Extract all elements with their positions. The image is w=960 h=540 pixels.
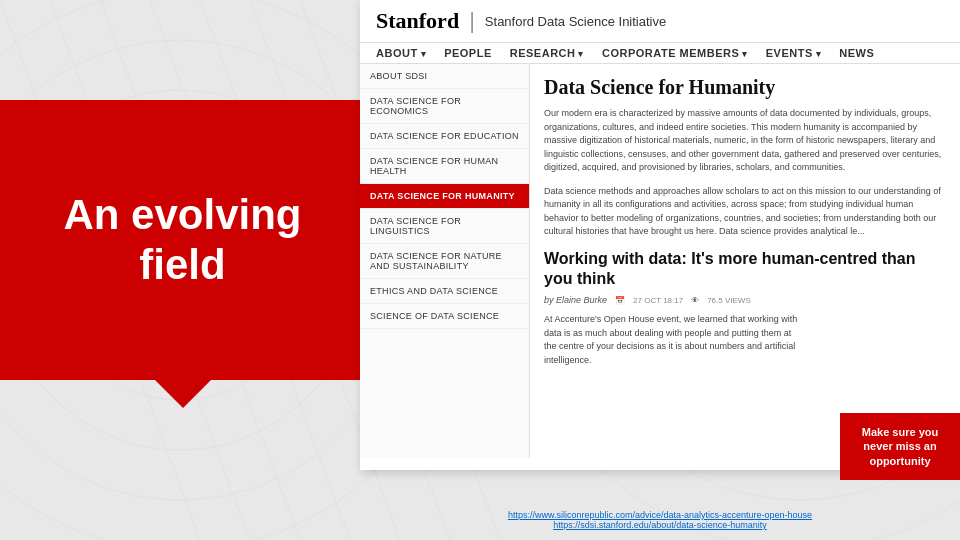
calendar-icon <box>615 295 625 305</box>
nav-item-about[interactable]: ABOUT <box>376 47 426 59</box>
sidebar-item-science[interactable]: SCIENCE OF DATA SCIENCE <box>360 304 529 329</box>
cta-text: Make sure you never miss an opportunity <box>862 426 938 467</box>
article-title: Working with data: It's more human-centr… <box>544 249 946 291</box>
main-area: Data Science for Humanity Our modern era… <box>530 64 960 458</box>
hero-box: An evolving field <box>0 100 365 380</box>
byline-author: by Elaine Burke <box>544 295 607 305</box>
article-byline: by Elaine Burke 27 OCT 18:17 76.5 VIEWS <box>544 295 946 305</box>
sidebar-item-education[interactable]: DATA SCIENCE FOR EDUCATION <box>360 124 529 149</box>
stanford-logo: Stanford <box>376 8 459 34</box>
footer-link-1[interactable]: https://www.siliconrepublic.com/advice/d… <box>360 510 960 520</box>
page-body-text-2: Data science methods and approaches allo… <box>544 185 946 239</box>
header-separator: | <box>469 8 475 34</box>
initiative-text: Stanford Data Science Initiative <box>485 14 666 29</box>
site-header: Stanford | Stanford Data Science Initiat… <box>360 0 960 43</box>
nav-item-corporate[interactable]: CORPORATE MEMBERS <box>602 47 748 59</box>
eye-icon <box>691 295 699 305</box>
bottom-links: https://www.siliconrepublic.com/advice/d… <box>360 510 960 530</box>
browser-window: Stanford | Stanford Data Science Initiat… <box>360 0 960 470</box>
page-content: ABOUT SDSI DATA SCIENCE FOR ECONOMICS DA… <box>360 64 960 458</box>
page-title: Data Science for Humanity <box>544 76 946 99</box>
byline-date: 27 OCT 18:17 <box>633 296 683 305</box>
hero-text: An evolving field <box>43 170 321 311</box>
cta-box: Make sure you never miss an opportunity <box>840 413 960 480</box>
article-excerpt: At Accenture's Open House event, we lear… <box>544 313 804 367</box>
nav-item-events[interactable]: EVENTS <box>766 47 822 59</box>
page-body-text: Our modern era is characterized by massi… <box>544 107 946 175</box>
sidebar-item-humanity[interactable]: DATA SCIENCE FOR HUMANITY <box>360 184 529 209</box>
sidebar: ABOUT SDSI DATA SCIENCE FOR ECONOMICS DA… <box>360 64 530 458</box>
nav-item-people[interactable]: PEOPLE <box>444 47 492 59</box>
sidebar-item-economics[interactable]: DATA SCIENCE FOR ECONOMICS <box>360 89 529 124</box>
byline-views: 76.5 VIEWS <box>707 296 751 305</box>
sidebar-item-ethics[interactable]: ETHICS AND DATA SCIENCE <box>360 279 529 304</box>
nav-item-news[interactable]: NEWS <box>839 47 874 59</box>
sidebar-item-about-sdsi[interactable]: ABOUT SDSI <box>360 64 529 89</box>
footer-link-2[interactable]: https://sdsi.stanford.edu/about/data-sci… <box>360 520 960 530</box>
nav-bar: ABOUT PEOPLE RESEARCH CORPORATE MEMBERS … <box>360 43 960 64</box>
nav-item-research[interactable]: RESEARCH <box>510 47 584 59</box>
sidebar-item-nature[interactable]: DATA SCIENCE FOR NATURE AND SUSTAINABILI… <box>360 244 529 279</box>
sidebar-item-human-health[interactable]: DATA SCIENCE FOR HUMAN HEALTH <box>360 149 529 184</box>
sidebar-item-linguistics[interactable]: DATA SCIENCE FOR LINGUISTICS <box>360 209 529 244</box>
article-body-row: At Accenture's Open House event, we lear… <box>544 313 946 367</box>
